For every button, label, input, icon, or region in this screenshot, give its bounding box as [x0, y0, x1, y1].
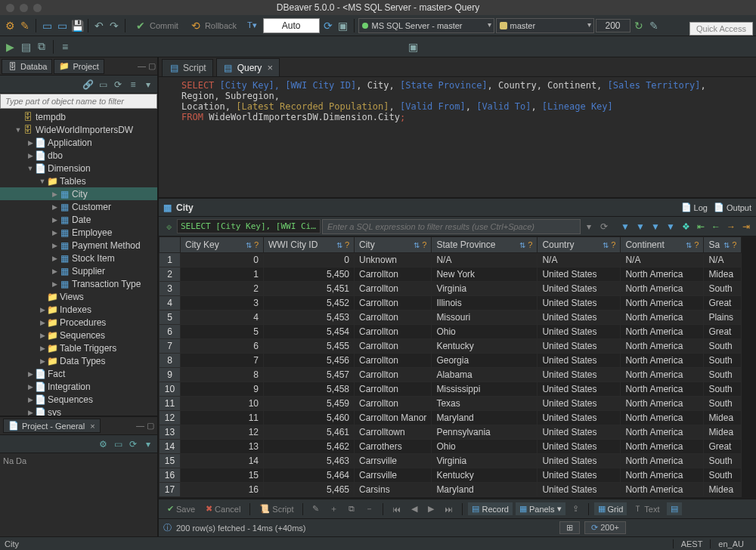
row-number[interactable]: 17 — [160, 483, 181, 497]
table-row[interactable]: 435,452CarrolltonIllinoisUnited StatesNo… — [160, 296, 742, 311]
dropdown-icon[interactable]: ▾ — [142, 438, 154, 450]
cell[interactable]: South — [704, 468, 742, 483]
cell[interactable]: United States — [538, 311, 621, 325]
table-row[interactable]: 325,451CarrolltonVirginiaUnited StatesNo… — [160, 282, 742, 296]
expand-icon[interactable]: ▶ — [50, 216, 59, 224]
close-window-icon[interactable] — [6, 4, 14, 12]
cell[interactable]: United States — [538, 325, 621, 339]
cell[interactable]: Unknown — [355, 253, 432, 267]
cell[interactable]: Midea — [704, 483, 742, 497]
tree-item[interactable]: ▶▦Transaction Type — [0, 277, 157, 290]
table-row[interactable]: 875,456CarrolltonGeorgiaUnited StatesNor… — [160, 354, 742, 368]
sort-icon[interactable]: ⇅ — [336, 241, 342, 249]
cell[interactable]: Carrollton — [355, 325, 432, 339]
row-number[interactable]: 12 — [160, 411, 181, 425]
format-icon[interactable]: ≡ — [58, 40, 72, 54]
editor-tab[interactable]: ▤ Query× — [216, 58, 280, 76]
folder-icon[interactable]: ▭ — [40, 19, 54, 32]
tree-item[interactable]: ▶📄Integration — [0, 380, 157, 393]
cell[interactable]: United States — [538, 282, 621, 296]
tree-item[interactable]: ▶📁Procedures — [0, 316, 157, 329]
cell[interactable]: 5,462 — [264, 440, 355, 454]
next-icon[interactable]: ⇥ — [739, 220, 753, 233]
cell[interactable]: 5,463 — [264, 454, 355, 468]
tree-item[interactable]: ▶▦Payment Method — [0, 239, 157, 252]
cell[interactable]: United States — [538, 425, 621, 440]
back-icon[interactable]: ← — [709, 220, 723, 233]
row-number[interactable]: 11 — [160, 397, 181, 411]
tree-item[interactable]: ▶📄Fact — [0, 367, 157, 380]
tree-item[interactable]: ▶📁Sequences — [0, 329, 157, 341]
new-sql-icon[interactable]: ✎ — [18, 19, 32, 32]
apply-filter-icon[interactable]: ⟳ — [597, 220, 611, 233]
expand-icon[interactable]: ▶ — [50, 255, 59, 262]
sort-icon[interactable]: ⇅ — [246, 241, 252, 249]
cell[interactable]: United States — [538, 397, 621, 411]
cell[interactable]: North America — [621, 425, 704, 440]
cell[interactable]: Illinois — [432, 296, 538, 311]
save-button[interactable]: ✔Save — [163, 502, 199, 515]
tree-item[interactable]: ▶▦Employee — [0, 226, 157, 239]
cell[interactable]: Pennsylvania — [432, 425, 538, 440]
column-header[interactable]: State Province⇅ ? — [432, 237, 538, 253]
dup-row-icon[interactable]: ⧉ — [345, 502, 358, 515]
column-header[interactable]: City⇅ ? — [355, 237, 432, 253]
cell[interactable]: North America — [621, 397, 704, 411]
collapse-icon[interactable]: ▭ — [112, 438, 124, 450]
column-header[interactable]: WWI City ID⇅ ? — [264, 237, 355, 253]
connection-combo[interactable]: MS SQL Server - master ▾ — [358, 18, 494, 33]
cell[interactable]: Carrolltown — [355, 425, 432, 440]
tree-item[interactable]: ▶▦Date — [0, 213, 157, 226]
last-icon[interactable]: ⏭ — [441, 503, 457, 515]
run-script-icon[interactable]: ▤ — [19, 40, 33, 54]
explain-icon[interactable]: ⧉ — [35, 40, 48, 54]
cell[interactable]: Virginia — [432, 454, 538, 468]
cell[interactable]: 7 — [181, 354, 264, 368]
table-row[interactable]: 215,450CarrolltonNew YorkUnited StatesNo… — [160, 267, 742, 282]
expand-icon[interactable]: ▶ — [26, 139, 35, 147]
table-row[interactable]: 655,454CarrolltonOhioUnited StatesNorth … — [160, 325, 742, 339]
cell[interactable]: Virginia — [432, 282, 538, 296]
cell[interactable]: 5,465 — [264, 483, 355, 497]
cell[interactable]: Carrollton — [355, 282, 432, 296]
cell[interactable]: Kentucky — [432, 468, 538, 483]
next-page-icon[interactable]: ▶ — [424, 502, 438, 515]
edit-icon[interactable]: ✎ — [308, 502, 323, 515]
tree-item[interactable]: ▼🗄WideWorldImportersDW — [0, 123, 157, 136]
prev-page-icon[interactable]: ◀ — [407, 502, 421, 515]
sort-icon[interactable]: ⇅ — [603, 241, 609, 249]
tree-item[interactable]: ▶▦Customer — [0, 200, 157, 213]
tree-item[interactable]: ▼📄Dimension — [0, 162, 157, 175]
sort-icon[interactable]: ⇅ — [519, 241, 525, 249]
filter-history-icon[interactable]: ▾ — [582, 220, 596, 233]
row-number[interactable]: 8 — [160, 354, 181, 368]
window-controls[interactable] — [6, 4, 42, 12]
cell[interactable]: 10 — [181, 397, 264, 411]
cell[interactable]: 2 — [181, 282, 264, 296]
expand-icon[interactable]: ▶ — [50, 190, 59, 198]
filter-icon[interactable]: ▼ — [618, 220, 632, 233]
cell[interactable]: Maryland — [432, 411, 538, 425]
expand-icon[interactable]: ▶ — [26, 396, 35, 403]
expand-icon[interactable]: ▶ — [26, 409, 35, 416]
filter4-icon[interactable]: ▼ — [664, 220, 677, 233]
cell[interactable]: North America — [621, 311, 704, 325]
sql-editor[interactable]: SELECT [City Key], [WWI City ID], City, … — [159, 77, 756, 198]
row-number[interactable]: 9 — [160, 368, 181, 382]
dropdown-icon[interactable]: ▾ — [142, 79, 154, 91]
cell[interactable]: North America — [621, 454, 704, 468]
fwd-icon[interactable]: → — [724, 220, 738, 233]
refresh-icon[interactable]: ⟳ — [112, 79, 124, 91]
row-number[interactable]: 4 — [160, 296, 181, 311]
cell[interactable]: 5,461 — [264, 425, 355, 440]
expand-icon[interactable]: ▶ — [38, 319, 47, 326]
cell[interactable]: North America — [621, 440, 704, 454]
expand-icon[interactable]: ▶ — [50, 242, 59, 249]
row-number[interactable]: 7 — [160, 339, 181, 354]
cell[interactable]: South — [704, 282, 742, 296]
minimize-icon[interactable]: — — [136, 421, 144, 431]
tab-project-nav[interactable]: 📁 Project — [54, 59, 104, 74]
cell[interactable]: Midea — [704, 411, 742, 425]
results-grid[interactable]: City Key⇅ ?WWI City ID⇅ ?City⇅ ?State Pr… — [159, 236, 742, 497]
cell[interactable]: North America — [621, 411, 704, 425]
